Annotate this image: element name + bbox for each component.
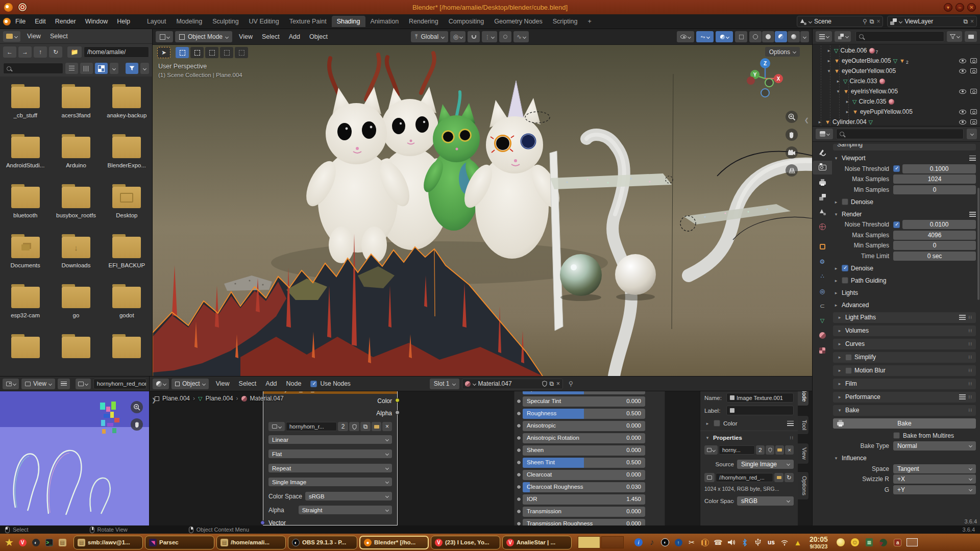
node-label-field[interactable] (726, 406, 794, 415)
properties-tab-modifiers[interactable]: ⚙ (813, 255, 832, 268)
panel-light-paths[interactable]: ▸Light Paths⁞⁞ (833, 312, 976, 323)
lamp-tray-icon[interactable] (835, 536, 846, 548)
extension-dropdown[interactable]: Repeat (268, 464, 392, 472)
bsdf-slider-anisotropic-rotation[interactable]: Anisotropic Rotation0.000 (523, 433, 645, 443)
image-editor-type-button[interactable] (3, 379, 19, 389)
tab-modeling[interactable]: Modeling (171, 16, 207, 27)
scene-selector[interactable]: Scene ⚲ ⧉ × (797, 16, 883, 27)
transform-orientation-dropdown[interactable]: ⤒Global (411, 31, 448, 42)
disable-render-icon[interactable] (970, 58, 977, 63)
bsdf-slider-specular-tint[interactable]: Specular Tint0.000 (523, 396, 645, 407)
disable-render-icon[interactable] (970, 109, 977, 114)
outliner-row[interactable]: ▸▽Circle.033 (813, 76, 980, 86)
fake-user-shield-icon[interactable] (766, 445, 774, 455)
shading-dropdown[interactable] (800, 31, 809, 42)
create-directory-button[interactable]: 📁 (67, 46, 82, 58)
launcher-terminal-icon[interactable]: >_ (43, 536, 55, 548)
file-menu-select[interactable]: Select (45, 31, 72, 41)
properties-tab-world[interactable] (813, 220, 832, 234)
properties-editor-type[interactable] (816, 129, 833, 139)
menu-file[interactable]: File (11, 16, 30, 27)
launcher-star-icon[interactable]: ★ (3, 536, 15, 548)
usb-tray-icon[interactable] (752, 536, 764, 548)
shading-wireframe-button[interactable] (749, 31, 762, 42)
open-image-button[interactable] (372, 422, 381, 431)
visibility-dropdown[interactable] (677, 31, 694, 42)
bsdf-input-socket[interactable] (517, 485, 521, 489)
properties-tab-physics[interactable]: ◎ (813, 284, 832, 298)
subpanel-lights[interactable]: ▸Lights (833, 288, 976, 297)
keyboard-layout-indicator[interactable]: us (766, 536, 777, 548)
folder-item[interactable]: EFI_BACKUP (103, 233, 150, 283)
tab-options[interactable]: Options (798, 471, 809, 500)
window-tray-icon[interactable] (906, 536, 918, 548)
window-titlebar[interactable]: Blender* [/home/amalie/Desktop/blender/c… (0, 0, 980, 14)
bsdf-input-socket[interactable] (517, 509, 521, 514)
select-box-tool[interactable] (176, 47, 189, 58)
image-name-field[interactable]: hornyhorn_red_norm... (93, 379, 146, 389)
snap-toggle[interactable] (468, 31, 480, 42)
volume-tray-icon[interactable] (726, 536, 737, 548)
color-space-dropdown[interactable]: sRGB (305, 492, 392, 500)
colorspace-dropdown[interactable]: sRGB (737, 496, 794, 506)
plant-tray-icon[interactable] (878, 536, 889, 548)
shader-menu-select[interactable]: Select (234, 379, 261, 389)
tab-compositing[interactable]: Compositing (444, 16, 489, 27)
image-editor-mode-dropdown[interactable]: View (21, 379, 55, 389)
disable-render-icon[interactable] (970, 89, 977, 94)
outliner-search-input[interactable] (855, 31, 944, 42)
obs-tray-icon[interactable]: ◐ (659, 536, 671, 548)
panel-curves[interactable]: ▸Curves⁞⁞ (833, 339, 976, 349)
menu-help[interactable]: Help (112, 16, 135, 27)
hide-viewport-icon[interactable] (959, 69, 966, 73)
folder-item[interactable]: anakey-backup (103, 83, 150, 133)
normal-map-image[interactable] (0, 391, 149, 525)
file-browser-display-menu[interactable] (3, 31, 20, 42)
back-button[interactable]: ← (3, 46, 16, 58)
new-scene-button[interactable]: ⧉ (870, 18, 874, 25)
hide-viewport-icon[interactable] (959, 59, 966, 63)
launcher-cabinet-icon[interactable]: ▤ (56, 536, 68, 548)
menu-window[interactable]: Window (81, 16, 112, 27)
bsdf-input-socket[interactable] (517, 472, 521, 477)
viewport-menu-view[interactable]: View (234, 32, 257, 42)
3d-scene[interactable] (153, 45, 812, 376)
viewport-menu-add[interactable]: Add (284, 32, 305, 42)
bsdf-slider-ior[interactable]: IOR1.450 (523, 494, 645, 505)
folder-item[interactable]: go (53, 283, 100, 333)
image-datablock-dropdown[interactable] (268, 422, 285, 431)
use-nodes-toggle[interactable]: Use Nodes (310, 380, 350, 387)
shader-editor-type-button[interactable] (153, 379, 169, 389)
new-collection-button[interactable] (965, 31, 977, 42)
remove-viewlayer-button[interactable]: × (970, 18, 974, 25)
active-tool-button[interactable]: ➤ (157, 47, 170, 58)
tab-scripting[interactable]: Scripting (548, 16, 583, 27)
folder-item[interactable]: Desktop (103, 183, 150, 233)
overlays-toggle[interactable] (716, 31, 733, 42)
info-tray-icon[interactable]: i (633, 536, 644, 548)
vector-input-socket[interactable] (260, 520, 265, 525)
pivot-point-dropdown[interactable]: ◎ (450, 31, 465, 42)
node-color-checkbox[interactable] (714, 420, 720, 427)
camera-view-icon[interactable] (786, 146, 798, 159)
close-button[interactable]: ✕ (967, 3, 976, 12)
warning-tray-icon[interactable]: ▲ (792, 536, 803, 548)
tab-view[interactable]: View (798, 443, 809, 464)
bsdf-input-socket[interactable] (517, 423, 521, 428)
taskbar-window-smb-awv-1[interactable]: ▤smb://awv@1... (74, 536, 143, 549)
display-settings-dropdown[interactable] (110, 63, 118, 74)
sidebar-users-count[interactable]: 2 (756, 445, 765, 455)
panel-volumes[interactable]: ▸Volumes⁞⁞ (833, 325, 976, 336)
workspace-2[interactable] (601, 536, 624, 548)
unlink-material-button[interactable]: × (556, 380, 560, 387)
bsdf-slider-transmission[interactable]: Transmission0.000 (523, 507, 645, 517)
new-material-button[interactable]: ⧉ (550, 380, 554, 387)
image-users-count[interactable]: 2 (338, 422, 348, 431)
panel-motion-blur[interactable]: ▸Motion Blur⁞⁞ (833, 365, 976, 376)
outliner-row[interactable]: ▸▼Cylinder.004▽ (813, 117, 980, 126)
taskbar-window-parsec[interactable]: ◥Parsec (145, 536, 214, 549)
viewport-3d[interactable]: Object Mode ViewSelectAddObject ⤒Global … (153, 29, 812, 376)
filter-settings-dropdown[interactable] (140, 63, 149, 74)
fake-user-shield-icon[interactable] (542, 381, 547, 387)
disable-render-icon[interactable] (970, 119, 977, 124)
